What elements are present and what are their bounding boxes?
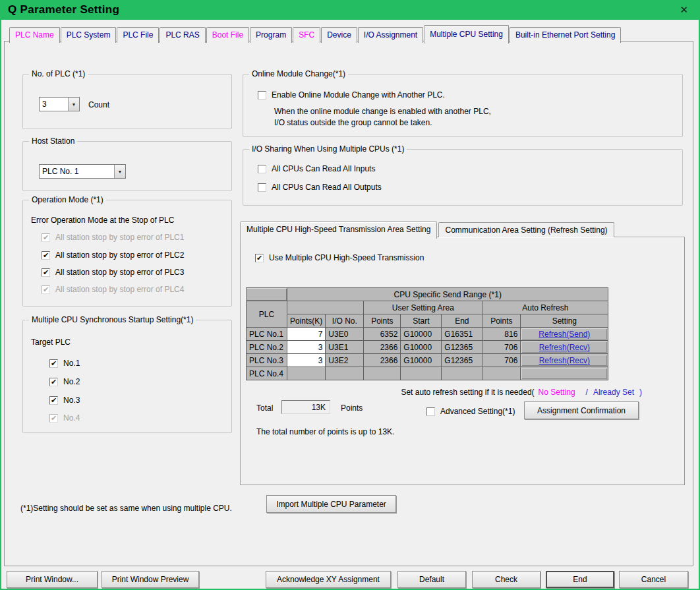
checkbox-row-all-station-stop-by-stop-error-of-plc3: ✔All station stop by stop error of PLC3 <box>42 268 184 277</box>
checkbox-label: All station stop by stop error of PLC3 <box>55 268 184 277</box>
tab-plc-file[interactable]: PLC File <box>117 27 159 43</box>
cpu-send-range-table: CPU Specific Send Range (*1) PLC User Se… <box>246 287 608 380</box>
checkbox-no-1[interactable]: ✔ <box>49 359 58 368</box>
cell-io-no: U3E0 <box>326 328 364 341</box>
check-button[interactable]: Check <box>472 571 540 588</box>
refresh-setting-button[interactable]: Refresh(Send) <box>521 328 607 339</box>
tab-device[interactable]: Device <box>321 27 357 43</box>
assignment-confirmation-button[interactable]: Assignment Confirmation <box>524 401 639 419</box>
cell-io-no: U3E2 <box>326 354 364 367</box>
checkbox-no-4: ✔ <box>49 414 58 423</box>
default-button[interactable]: Default <box>397 571 466 588</box>
cell-end: G12365 <box>442 354 482 367</box>
group-io-sharing: I/O Sharing When Using Multiple CPUs (*1… <box>243 149 683 206</box>
close-icon[interactable]: ✕ <box>676 4 692 16</box>
tab-program[interactable]: Program <box>250 27 292 43</box>
checkbox-label: No.2 <box>63 377 80 386</box>
advanced-setting-checkbox[interactable] <box>426 407 435 416</box>
table-header-row-1: CPU Specific Send Range (*1) <box>247 288 608 301</box>
enable-online-module-change-label: Enable Online Module Change with Another… <box>272 90 445 100</box>
tab-multiple-cpu-high-speed-transmission-area-setting[interactable]: Multiple CPU High-Speed Transmission Are… <box>240 221 437 239</box>
checkbox-all-station-stop-by-stop-error-of-plc2[interactable]: ✔ <box>42 251 50 260</box>
inner-tab-bar: Multiple CPU High-Speed Transmission Are… <box>240 221 616 237</box>
checkbox-no-2[interactable]: ✔ <box>49 378 58 386</box>
import-multiple-cpu-parameter-button[interactable]: Import Multiple CPU Parameter <box>266 495 396 513</box>
use-transmission-checkbox[interactable]: ✔ <box>255 254 264 262</box>
acknowledge-xy-assignment-button[interactable]: Acknowledge XY Assignment <box>266 571 391 588</box>
empty-header-cell <box>287 301 364 314</box>
auto-refresh-header: Auto Refresh <box>482 301 608 314</box>
cell-start: G10000 <box>401 341 442 354</box>
cell-io-no <box>326 367 364 380</box>
group-title: Operation Mode (*1) <box>29 195 106 204</box>
refresh-link[interactable]: Refresh(Send) <box>539 330 590 339</box>
refresh-link[interactable]: Refresh(Recv) <box>539 356 590 365</box>
print-window-button[interactable]: Print Window... <box>7 571 98 588</box>
checkbox-all-station-stop-by-stop-error-of-plc4: ✔ <box>42 285 50 294</box>
checkbox-row-all-cpus-can-read-all-outputs: All CPUs Can Read All Outputs <box>258 183 382 192</box>
no-of-plc-dropdown[interactable]: 3 ▼ <box>39 97 80 111</box>
online-module-note-line2: I/O status outside the group cannot be t… <box>274 118 432 127</box>
transmission-area-setting-panel: ✔ Use Multiple CPU High-Speed Transmissi… <box>240 237 685 485</box>
table-row-plc-no-3: PLC No.33U3E22366G10000G12365706Refresh(… <box>247 354 608 367</box>
cell-points-k <box>287 367 326 380</box>
cell-end: G16351 <box>442 328 482 341</box>
tab-communication-area-setting-refresh-setting[interactable]: Communication Area Setting (Refresh Sett… <box>438 222 614 237</box>
chevron-down-icon[interactable]: ▼ <box>114 165 125 178</box>
refresh-link[interactable]: Refresh(Recv) <box>539 343 590 352</box>
checkbox-all-station-stop-by-stop-error-of-plc3[interactable]: ✔ <box>42 268 50 277</box>
cell-points-k[interactable]: 3 <box>287 341 326 354</box>
checkbox-row-no-3: ✔No.3 <box>49 396 80 405</box>
cell-points-k[interactable]: 3 <box>287 354 326 367</box>
top-header-cell: CPU Specific Send Range (*1) <box>287 288 608 301</box>
checkbox-label: All station stop by stop error of PLC1 <box>55 233 184 242</box>
checkbox-all-cpus-can-read-all-inputs[interactable] <box>258 165 266 173</box>
checkbox-label: All CPUs Can Read All Outputs <box>272 183 382 192</box>
table-header-row-3: Points(K) I/O No. Points Start End Point… <box>247 314 608 328</box>
checkbox-label: All station stop by stop error of PLC4 <box>55 285 184 294</box>
refresh-setting-button[interactable]: Refresh(Recv) <box>521 341 607 353</box>
checkbox-label: No.3 <box>63 396 80 405</box>
hint-prefix: Set auto refresh setting if it is needed… <box>401 388 534 397</box>
tab-plc-name[interactable]: PLC Name <box>9 27 60 43</box>
advanced-setting-label: Advanced Setting(*1) <box>440 407 515 416</box>
checkbox-row-no-2: ✔No.2 <box>49 377 80 386</box>
tab-plc-system[interactable]: PLC System <box>61 27 117 43</box>
user-setting-area-header: User Setting Area <box>364 301 482 314</box>
cancel-button[interactable]: Cancel <box>619 571 688 588</box>
refresh-setting-button[interactable]: Refresh(Recv) <box>521 355 607 366</box>
col-header: I/O No. <box>326 314 364 328</box>
checkbox-no-3[interactable]: ✔ <box>49 396 58 405</box>
checkbox-all-cpus-can-read-all-outputs[interactable] <box>258 183 266 192</box>
cell-end <box>442 367 482 380</box>
tab-sfc[interactable]: SFC <box>293 27 320 43</box>
group-title: No. of PLC (*1) <box>29 69 88 78</box>
print-window-preview-button[interactable]: Print Window Preview <box>102 571 199 588</box>
footnote: (*1)Setting should be set as same when u… <box>20 504 232 513</box>
tab-boot-file[interactable]: Boot File <box>206 27 249 43</box>
group-online-module-change: Online Module Change(*1) <box>243 74 683 137</box>
hint-already-set: Already Set <box>593 388 634 397</box>
tab-built-in-ethernet-port-setting[interactable]: Built-in Ethernet Port Setting <box>510 27 621 43</box>
cell-setting <box>521 367 608 380</box>
enable-online-module-change-checkbox[interactable] <box>258 91 266 100</box>
end-button[interactable]: End <box>546 571 614 588</box>
cell-end: G12365 <box>442 341 482 354</box>
checkbox-row-all-cpus-can-read-all-inputs: All CPUs Can Read All Inputs <box>258 164 375 173</box>
cell-setting: Refresh(Recv) <box>521 354 608 367</box>
cell-plc: PLC No.2 <box>247 341 287 354</box>
cell-points-k[interactable]: 7 <box>287 328 326 341</box>
tab-plc-ras[interactable]: PLC RAS <box>160 27 205 43</box>
host-station-value: PLC No. 1 <box>40 165 114 178</box>
chevron-down-icon[interactable]: ▼ <box>68 98 79 111</box>
total-points-field: 13K <box>281 400 330 414</box>
tab-multiple-cpu-setting[interactable]: Multiple CPU Setting <box>424 25 509 44</box>
cell-refresh-points: 706 <box>482 354 521 367</box>
host-station-dropdown[interactable]: PLC No. 1 ▼ <box>39 164 126 179</box>
enable-online-module-change-row: Enable Online Module Change with Another… <box>258 90 445 100</box>
tab-i-o-assignment[interactable]: I/O Assignment <box>358 27 423 43</box>
checkbox-label: All CPUs Can Read All Inputs <box>272 164 375 173</box>
operation-mode-subtitle: Error Operation Mode at the Stop of PLC <box>31 216 174 225</box>
title-bar: Q Parameter Setting ✕ <box>0 0 700 20</box>
advanced-setting-row: Advanced Setting(*1) <box>426 407 515 416</box>
